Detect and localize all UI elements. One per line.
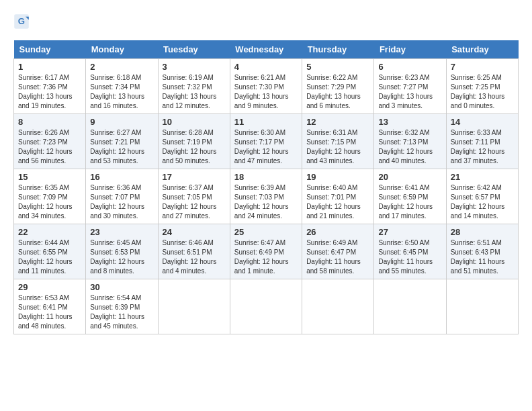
day-info: Sunrise: 6:22 AM Sunset: 7:29 PM Dayligh…	[306, 73, 369, 111]
day-info: Sunrise: 6:23 AM Sunset: 7:27 PM Dayligh…	[378, 73, 441, 111]
calendar-day-cell	[158, 279, 230, 334]
calendar-day-cell: 9 Sunrise: 6:27 AM Sunset: 7:21 PM Dayli…	[86, 114, 158, 169]
day-info: Sunrise: 6:54 AM Sunset: 6:39 PM Dayligh…	[90, 293, 153, 331]
calendar-day-cell: 22 Sunrise: 6:44 AM Sunset: 6:55 PM Dayl…	[14, 224, 86, 279]
day-number: 27	[378, 227, 441, 237]
day-info: Sunrise: 6:35 AM Sunset: 7:09 PM Dayligh…	[18, 183, 81, 221]
day-info: Sunrise: 6:36 AM Sunset: 7:07 PM Dayligh…	[90, 183, 153, 221]
calendar-day-cell: 7 Sunrise: 6:25 AM Sunset: 7:25 PM Dayli…	[446, 59, 518, 114]
calendar-day-cell: 24 Sunrise: 6:46 AM Sunset: 6:51 PM Dayl…	[158, 224, 230, 279]
day-number: 4	[234, 62, 298, 72]
day-number: 5	[306, 62, 369, 72]
day-number: 15	[18, 172, 81, 182]
day-info: Sunrise: 6:21 AM Sunset: 7:30 PM Dayligh…	[234, 73, 298, 111]
calendar-day-cell	[374, 279, 446, 334]
day-number: 16	[90, 172, 153, 182]
calendar-day-cell: 14 Sunrise: 6:33 AM Sunset: 7:11 PM Dayl…	[446, 114, 518, 169]
day-number: 13	[378, 117, 441, 127]
day-info: Sunrise: 6:41 AM Sunset: 6:59 PM Dayligh…	[378, 183, 441, 221]
calendar-day-cell: 4 Sunrise: 6:21 AM Sunset: 7:30 PM Dayli…	[230, 59, 302, 114]
day-info: Sunrise: 6:17 AM Sunset: 7:36 PM Dayligh…	[18, 73, 81, 111]
day-number: 20	[378, 172, 441, 182]
day-number: 23	[90, 227, 153, 237]
calendar-day-cell: 28 Sunrise: 6:51 AM Sunset: 6:43 PM Dayl…	[446, 224, 518, 279]
day-number: 12	[306, 117, 369, 127]
calendar-week-row: 8 Sunrise: 6:26 AM Sunset: 7:23 PM Dayli…	[14, 114, 519, 169]
calendar-day-cell: 30 Sunrise: 6:54 AM Sunset: 6:39 PM Dayl…	[86, 279, 158, 334]
calendar-day-cell: 21 Sunrise: 6:42 AM Sunset: 6:57 PM Dayl…	[446, 169, 518, 224]
calendar-day-cell: 27 Sunrise: 6:50 AM Sunset: 6:45 PM Dayl…	[374, 224, 446, 279]
logo: G	[13, 13, 32, 30]
day-info: Sunrise: 6:53 AM Sunset: 6:41 PM Dayligh…	[18, 293, 81, 331]
day-info: Sunrise: 6:45 AM Sunset: 6:53 PM Dayligh…	[90, 238, 153, 276]
day-info: Sunrise: 6:42 AM Sunset: 6:57 PM Dayligh…	[451, 183, 514, 221]
day-of-week-header: Wednesday	[230, 40, 302, 59]
calendar-day-cell	[230, 279, 302, 334]
day-number: 1	[18, 62, 81, 72]
logo-icon: G	[13, 13, 30, 30]
calendar-day-cell: 25 Sunrise: 6:47 AM Sunset: 6:49 PM Dayl…	[230, 224, 302, 279]
calendar-day-cell: 18 Sunrise: 6:39 AM Sunset: 7:03 PM Dayl…	[230, 169, 302, 224]
day-info: Sunrise: 6:49 AM Sunset: 6:47 PM Dayligh…	[306, 238, 369, 276]
day-number: 9	[90, 117, 153, 127]
calendar-day-cell: 8 Sunrise: 6:26 AM Sunset: 7:23 PM Dayli…	[14, 114, 86, 169]
day-info: Sunrise: 6:46 AM Sunset: 6:51 PM Dayligh…	[163, 238, 226, 276]
calendar-day-cell: 13 Sunrise: 6:32 AM Sunset: 7:13 PM Dayl…	[374, 114, 446, 169]
calendar-day-cell: 1 Sunrise: 6:17 AM Sunset: 7:36 PM Dayli…	[14, 59, 86, 114]
calendar-day-cell: 6 Sunrise: 6:23 AM Sunset: 7:27 PM Dayli…	[374, 59, 446, 114]
day-info: Sunrise: 6:40 AM Sunset: 7:01 PM Dayligh…	[306, 183, 369, 221]
calendar-day-cell: 26 Sunrise: 6:49 AM Sunset: 6:47 PM Dayl…	[302, 224, 374, 279]
day-of-week-header: Sunday	[14, 40, 86, 59]
day-number: 24	[163, 227, 226, 237]
page-header: G	[13, 13, 519, 30]
day-number: 26	[306, 227, 369, 237]
calendar-table: SundayMondayTuesdayWednesdayThursdayFrid…	[13, 40, 519, 334]
day-of-week-header: Saturday	[446, 40, 518, 59]
day-number: 29	[18, 282, 81, 292]
calendar-day-cell: 19 Sunrise: 6:40 AM Sunset: 7:01 PM Dayl…	[302, 169, 374, 224]
day-number: 28	[451, 227, 514, 237]
calendar-week-row: 22 Sunrise: 6:44 AM Sunset: 6:55 PM Dayl…	[14, 224, 519, 279]
calendar-day-cell: 15 Sunrise: 6:35 AM Sunset: 7:09 PM Dayl…	[14, 169, 86, 224]
day-number: 11	[234, 117, 298, 127]
day-info: Sunrise: 6:50 AM Sunset: 6:45 PM Dayligh…	[378, 238, 441, 276]
day-info: Sunrise: 6:31 AM Sunset: 7:15 PM Dayligh…	[306, 128, 369, 166]
day-of-week-header: Tuesday	[158, 40, 230, 59]
day-number: 6	[378, 62, 441, 72]
calendar-day-cell: 20 Sunrise: 6:41 AM Sunset: 6:59 PM Dayl…	[374, 169, 446, 224]
calendar-week-row: 29 Sunrise: 6:53 AM Sunset: 6:41 PM Dayl…	[14, 279, 519, 334]
day-info: Sunrise: 6:39 AM Sunset: 7:03 PM Dayligh…	[234, 183, 298, 221]
calendar-day-cell: 11 Sunrise: 6:30 AM Sunset: 7:17 PM Dayl…	[230, 114, 302, 169]
day-info: Sunrise: 6:18 AM Sunset: 7:34 PM Dayligh…	[90, 73, 153, 111]
calendar-day-cell: 5 Sunrise: 6:22 AM Sunset: 7:29 PM Dayli…	[302, 59, 374, 114]
day-info: Sunrise: 6:26 AM Sunset: 7:23 PM Dayligh…	[18, 128, 81, 166]
calendar-day-cell: 17 Sunrise: 6:37 AM Sunset: 7:05 PM Dayl…	[158, 169, 230, 224]
day-number: 10	[163, 117, 226, 127]
day-number: 22	[18, 227, 81, 237]
calendar-week-row: 1 Sunrise: 6:17 AM Sunset: 7:36 PM Dayli…	[14, 59, 519, 114]
calendar-week-row: 15 Sunrise: 6:35 AM Sunset: 7:09 PM Dayl…	[14, 169, 519, 224]
day-info: Sunrise: 6:37 AM Sunset: 7:05 PM Dayligh…	[163, 183, 226, 221]
day-info: Sunrise: 6:28 AM Sunset: 7:19 PM Dayligh…	[163, 128, 226, 166]
calendar-day-cell: 12 Sunrise: 6:31 AM Sunset: 7:15 PM Dayl…	[302, 114, 374, 169]
calendar-day-cell	[302, 279, 374, 334]
day-number: 2	[90, 62, 153, 72]
calendar-day-cell: 2 Sunrise: 6:18 AM Sunset: 7:34 PM Dayli…	[86, 59, 158, 114]
day-number: 19	[306, 172, 369, 182]
day-of-week-header: Monday	[86, 40, 158, 59]
day-number: 25	[234, 227, 298, 237]
day-info: Sunrise: 6:30 AM Sunset: 7:17 PM Dayligh…	[234, 128, 298, 166]
day-info: Sunrise: 6:25 AM Sunset: 7:25 PM Dayligh…	[451, 73, 514, 111]
day-info: Sunrise: 6:47 AM Sunset: 6:49 PM Dayligh…	[234, 238, 298, 276]
day-info: Sunrise: 6:27 AM Sunset: 7:21 PM Dayligh…	[90, 128, 153, 166]
calendar-day-cell	[446, 279, 518, 334]
calendar-header-row: SundayMondayTuesdayWednesdayThursdayFrid…	[14, 40, 519, 59]
calendar-day-cell: 23 Sunrise: 6:45 AM Sunset: 6:53 PM Dayl…	[86, 224, 158, 279]
day-number: 21	[451, 172, 514, 182]
calendar-day-cell: 16 Sunrise: 6:36 AM Sunset: 7:07 PM Dayl…	[86, 169, 158, 224]
day-number: 17	[163, 172, 226, 182]
day-info: Sunrise: 6:33 AM Sunset: 7:11 PM Dayligh…	[451, 128, 514, 166]
day-number: 18	[234, 172, 298, 182]
calendar-day-cell: 29 Sunrise: 6:53 AM Sunset: 6:41 PM Dayl…	[14, 279, 86, 334]
calendar-day-cell: 10 Sunrise: 6:28 AM Sunset: 7:19 PM Dayl…	[158, 114, 230, 169]
